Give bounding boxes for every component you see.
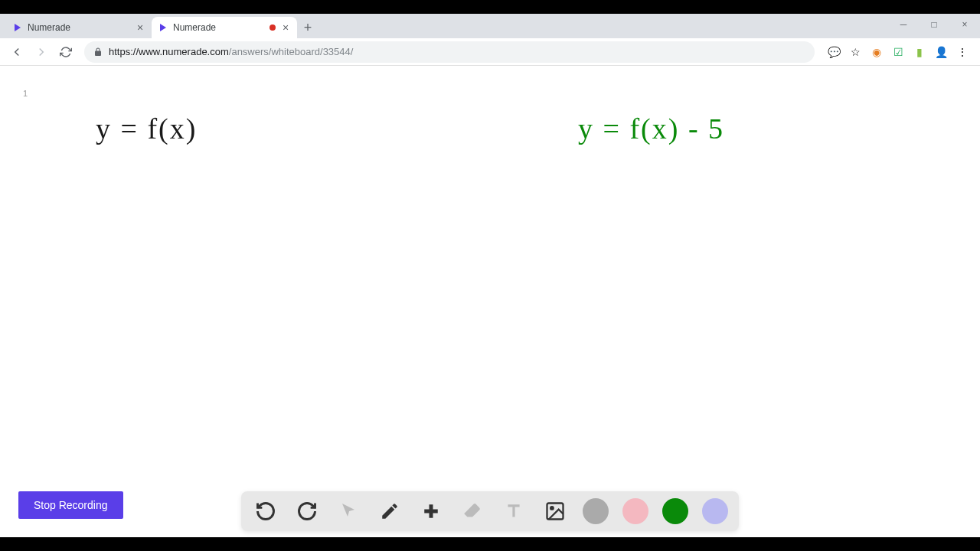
color-pink[interactable] (622, 498, 648, 524)
redo-button[interactable] (293, 497, 321, 525)
color-purple[interactable] (702, 498, 728, 524)
extension-2-icon[interactable]: ☑ (891, 45, 905, 59)
page-indicator: 1 (23, 89, 28, 98)
recording-indicator-icon (270, 24, 276, 31)
browser-window: Numerade × Numerade × + ─ □ × (0, 14, 980, 537)
window-controls: ─ □ × (888, 14, 980, 35)
address-bar: https://www.numerade.com/answers/whitebo… (0, 38, 980, 66)
numerade-favicon-icon (158, 22, 168, 33)
maximize-button[interactable]: □ (919, 14, 949, 35)
close-window-button[interactable]: × (949, 14, 980, 35)
back-button[interactable] (6, 41, 28, 63)
page-content: 1 y = f(x) y = f(x) - 5 Stop Recording (0, 66, 980, 537)
eraser-tool[interactable] (459, 497, 486, 525)
undo-button[interactable] (252, 497, 279, 525)
tab-title: Numerade (28, 22, 130, 33)
close-icon[interactable]: × (280, 22, 291, 33)
url-input[interactable]: https://www.numerade.com/answers/whitebo… (84, 41, 815, 63)
svg-point-5 (550, 507, 554, 510)
svg-marker-1 (160, 24, 166, 31)
pointer-tool[interactable] (335, 497, 362, 525)
close-icon[interactable]: × (135, 22, 145, 33)
color-gray[interactable] (583, 498, 609, 524)
tab-bar: Numerade × Numerade × + ─ □ × (0, 14, 980, 38)
stop-recording-button[interactable]: Stop Recording (18, 491, 123, 519)
whiteboard-toolbar (241, 491, 739, 531)
text-tool[interactable] (500, 497, 528, 525)
menu-icon[interactable]: ⋮ (956, 45, 969, 59)
forward-button[interactable] (31, 41, 52, 63)
chat-icon[interactable]: 💬 (827, 45, 841, 59)
whiteboard-canvas[interactable]: 1 y = f(x) y = f(x) - 5 (0, 66, 980, 537)
extension-1-icon[interactable]: ◉ (870, 45, 884, 59)
handwritten-equation-left: y = f(x) (96, 112, 197, 145)
numerade-favicon-icon (12, 22, 23, 33)
reload-button[interactable] (55, 41, 77, 63)
tab-title: Numerade (173, 22, 265, 33)
star-icon[interactable]: ☆ (848, 45, 862, 59)
lock-icon (93, 47, 103, 57)
url-text: https://www.numerade.com/answers/whitebo… (109, 46, 805, 57)
new-tab-button[interactable]: + (297, 17, 318, 38)
add-tool[interactable] (417, 497, 445, 525)
minimize-button[interactable]: ─ (888, 14, 919, 35)
profile-icon[interactable]: 👤 (934, 45, 948, 59)
tab-numerade-2[interactable]: Numerade × (152, 17, 297, 38)
svg-marker-0 (15, 24, 21, 31)
tab-numerade-1[interactable]: Numerade × (6, 17, 152, 38)
extension-3-icon[interactable]: ▮ (913, 45, 926, 59)
image-tool[interactable] (541, 497, 569, 525)
pen-tool[interactable] (376, 497, 403, 525)
extension-icons: 💬 ☆ ◉ ☑ ▮ 👤 ⋮ (822, 45, 974, 59)
handwritten-equation-right: y = f(x) - 5 (578, 112, 724, 145)
color-green[interactable] (662, 498, 688, 524)
